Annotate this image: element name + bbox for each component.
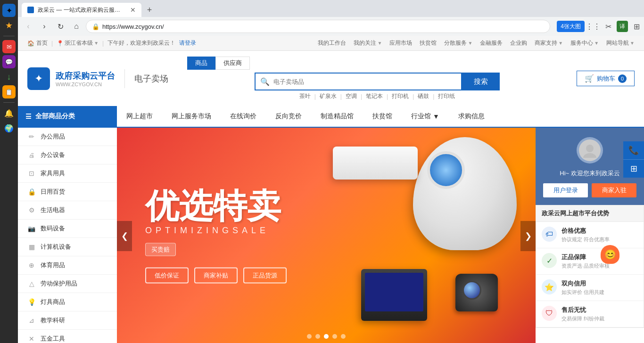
cart-area[interactable]: 🛒 购物车 0 bbox=[577, 71, 635, 86]
distributed-service-link[interactable]: 分散服务 ▼ bbox=[444, 39, 472, 47]
sidebar-item-education[interactable]: ⊿ 教学科研 bbox=[18, 311, 117, 330]
float-qr-btn[interactable]: ⊞ bbox=[623, 160, 644, 178]
home-btn[interactable]: ⌂ bbox=[70, 20, 83, 33]
float-service-btn[interactable]: 📞 bbox=[623, 141, 644, 160]
user-login-btn[interactable]: 用户登录 bbox=[543, 183, 588, 197]
product-appliance1 bbox=[413, 137, 517, 250]
login-link[interactable]: 请登录 bbox=[179, 39, 196, 47]
extensions-btn[interactable]: ⋮⋮ bbox=[586, 20, 600, 33]
windows-btn[interactable]: ⊞ bbox=[630, 20, 643, 33]
hint-ac[interactable]: 空调 bbox=[346, 92, 357, 100]
banner-dot-3[interactable] bbox=[324, 334, 329, 339]
user-avatar bbox=[577, 137, 603, 163]
nav-online-supermarket[interactable]: 网上超市 bbox=[117, 106, 162, 127]
banner-tag-subsidy[interactable]: 商家补贴 bbox=[194, 268, 238, 284]
nav-home-link[interactable]: 🏠 首页 bbox=[27, 39, 48, 47]
search-tab-product[interactable]: 商品 bbox=[187, 57, 215, 70]
industry-arrow: ▼ bbox=[433, 113, 439, 120]
nav-craftsmanship[interactable]: 制造精品馆 bbox=[311, 106, 363, 127]
back-btn[interactable]: ‹ bbox=[22, 20, 35, 33]
sidebar-item-labor-protection[interactable]: △ 劳动保护用品 bbox=[18, 275, 117, 293]
dock-download[interactable]: ↓ bbox=[2, 70, 16, 83]
poverty-hall-link[interactable]: 扶贫馆 bbox=[420, 39, 437, 47]
advantage-credit-text: 双向信用 如实评价 信用共建 bbox=[561, 279, 604, 296]
sidebar-item-sports[interactable]: ⊕ 体育用品 bbox=[18, 256, 117, 275]
translate-btn[interactable]: 译 bbox=[617, 21, 628, 32]
scissors-btn[interactable]: ✂ bbox=[602, 20, 615, 33]
sidebar-item-daily-goods[interactable]: 🔒 日用百货 bbox=[18, 183, 117, 201]
enterprise-link[interactable]: 企业购 bbox=[510, 39, 527, 47]
dock-clipboard[interactable]: 📋 bbox=[2, 85, 16, 98]
top-nav: 🏠 首页 | 📍 浙江省本级 ▼ | 下午好，欢迎来到政采云！ 请登录 我的工作… bbox=[18, 36, 644, 51]
financial-service-link[interactable]: 金融服务 bbox=[480, 39, 503, 47]
dock-mail[interactable]: ✉ bbox=[2, 40, 16, 53]
sidebar-item-office-supplies[interactable]: ✏ 办公用品 bbox=[18, 128, 117, 146]
nav-poverty-relief[interactable]: 扶贫馆 bbox=[363, 106, 402, 127]
banner-prev-btn[interactable]: ❮ bbox=[117, 221, 132, 251]
sidebar-item-appliances[interactable]: ⚙ 生活电器 bbox=[18, 201, 117, 220]
dock-star[interactable]: ★ bbox=[2, 19, 16, 32]
categories-label: 全部商品分类 bbox=[35, 112, 75, 121]
svg-point-1 bbox=[583, 153, 596, 158]
dock-bell[interactable]: 🔔 bbox=[2, 106, 16, 120]
search-tab-supplier[interactable]: 供应商 bbox=[215, 57, 250, 70]
merchant-support-link[interactable]: 商家支持 ▼ bbox=[535, 39, 563, 47]
banner-dot-2[interactable] bbox=[315, 334, 320, 339]
content-area: ✏ 办公用品 🖨 办公设备 ⊡ 家具用具 🔒 日用百货 ⚙ 生活电器 bbox=[18, 128, 644, 343]
dock-earth[interactable]: 🌍 bbox=[2, 122, 16, 135]
sidebar-item-lighting[interactable]: 💡 灯具商品 bbox=[18, 293, 117, 311]
categories-icon: ☰ bbox=[25, 113, 32, 120]
search-button[interactable]: 搜索 bbox=[462, 73, 500, 90]
hint-paper[interactable]: 打印纸 bbox=[438, 92, 455, 100]
appliances-icon: ⚙ bbox=[27, 206, 36, 214]
nav-industry-hall[interactable]: 行业馆 ▼ bbox=[402, 106, 449, 127]
nav-bar: ‹ › ↻ ⌂ 🔒 https://www.zcygov.cn/ 4张大图 ⋮⋮… bbox=[18, 17, 644, 36]
banner-dot-5[interactable] bbox=[341, 334, 346, 339]
all-categories-btn[interactable]: ☰ 全部商品分类 bbox=[18, 106, 117, 127]
sidebar-item-furniture[interactable]: ⊡ 家具用具 bbox=[18, 164, 117, 183]
banner-tag-price[interactable]: 低价保证 bbox=[145, 268, 189, 284]
nav-reverse-bid[interactable]: 反向竞价 bbox=[266, 106, 311, 127]
nav-purchase-request[interactable]: 求购信息 bbox=[449, 106, 494, 127]
banner-badge[interactable]: 买贵赔 bbox=[145, 243, 176, 256]
logo-separator bbox=[124, 69, 125, 88]
merchant-arrow: ▼ bbox=[558, 41, 563, 46]
hint-printer[interactable]: 打印机 bbox=[392, 92, 409, 100]
dock-home[interactable]: ✦ bbox=[2, 4, 16, 17]
dock-msg[interactable]: 💬 bbox=[2, 55, 16, 68]
active-tab[interactable]: 政采云 — 一站式政府采购云服务平台 ✕ bbox=[22, 3, 141, 17]
search-input[interactable] bbox=[273, 78, 456, 85]
nav-location[interactable]: 📍 浙江省本级 ▼ bbox=[57, 39, 99, 47]
sidebar-item-computer[interactable]: ▦ 计算机设备 bbox=[18, 238, 117, 256]
dock-separator bbox=[3, 36, 15, 36]
user-buttons: 用户登录 商家入驻 bbox=[543, 183, 636, 197]
hint-laptop[interactable]: 笔记本 bbox=[366, 92, 383, 100]
my-follow-link[interactable]: 我的关注 ▼ bbox=[354, 39, 382, 47]
nav-online-service[interactable]: 网上服务市场 bbox=[162, 106, 221, 127]
banner-dot-4[interactable] bbox=[332, 334, 337, 339]
banner-dot-1[interactable] bbox=[307, 334, 312, 339]
app-market-link[interactable]: 应用市场 bbox=[389, 39, 412, 47]
product-device bbox=[361, 269, 427, 321]
sidebar-item-office-equipment[interactable]: 🖨 办公设备 bbox=[18, 146, 117, 164]
hint-tea[interactable]: 茶叶 bbox=[299, 92, 311, 100]
banner-next-btn[interactable]: ❯ bbox=[520, 221, 536, 251]
workbench-link[interactable]: 我的工作台 bbox=[318, 39, 346, 47]
forward-btn[interactable]: › bbox=[38, 20, 51, 33]
sidebar-item-digital[interactable]: 📷 数码设备 bbox=[18, 220, 117, 238]
hint-water[interactable]: 矿泉水 bbox=[320, 92, 337, 100]
site-nav-link[interactable]: 网站导航 ▼ bbox=[606, 39, 635, 47]
new-tab-btn[interactable]: + bbox=[143, 4, 156, 16]
float-qr-icon: ⊞ bbox=[630, 163, 637, 174]
service-center-link[interactable]: 服务中心 ▼ bbox=[570, 39, 599, 47]
banner-tag-genuine[interactable]: 正品货源 bbox=[243, 268, 287, 284]
nav-inquiry[interactable]: 在线询价 bbox=[221, 106, 266, 127]
reload-btn[interactable]: ↻ bbox=[54, 20, 67, 33]
user-register-btn[interactable]: 商家入驻 bbox=[592, 183, 636, 197]
hint-toner[interactable]: 硒鼓 bbox=[418, 92, 429, 100]
address-bar[interactable]: 🔒 https://www.zcygov.cn/ bbox=[86, 20, 550, 33]
tab-close-btn[interactable]: ✕ bbox=[130, 6, 136, 14]
tab-bar: 政采云 — 一站式政府采购云服务平台 ✕ + bbox=[18, 0, 644, 17]
sidebar-item-hardware[interactable]: ✕ 五金工具 bbox=[18, 330, 117, 343]
ext-images-btn[interactable]: 4张大图 bbox=[557, 21, 585, 32]
